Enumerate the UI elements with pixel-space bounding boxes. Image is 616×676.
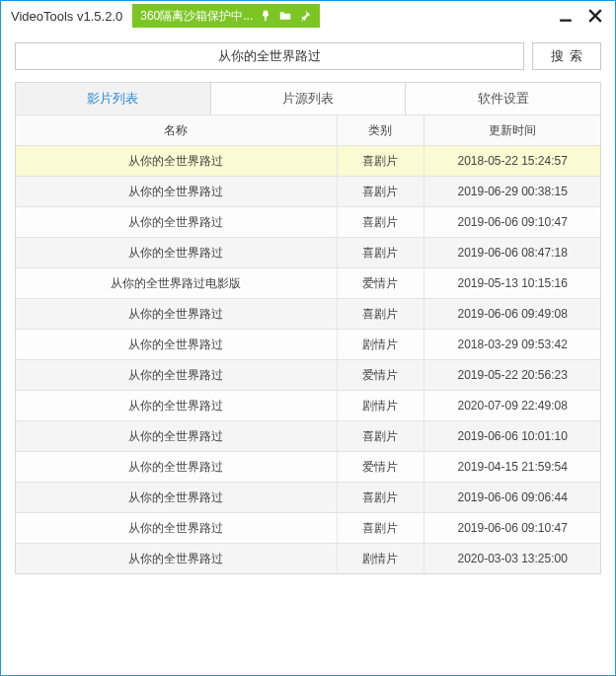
cell-updated: 2019-06-06 09:06:44 <box>424 483 600 512</box>
cell-name: 从你的全世界路过 <box>16 238 338 267</box>
cell-name: 从你的全世界路过 <box>16 544 338 573</box>
cell-name: 从你的全世界路过 <box>16 207 338 237</box>
table-row[interactable]: 从你的全世界路过剧情片2018-03-29 09:53:42 <box>16 329 600 359</box>
cell-updated: 2019-06-06 09:10:47 <box>424 513 600 543</box>
cell-name: 从你的全世界路过 <box>16 177 338 206</box>
cell-updated: 2019-06-06 08:47:18 <box>424 238 600 267</box>
table-row[interactable]: 从你的全世界路过剧情片2020-03-03 13:25:00 <box>16 543 600 573</box>
col-name[interactable]: 名称 <box>16 115 338 145</box>
cell-category: 爱情片 <box>338 268 425 298</box>
cell-updated: 2018-05-22 15:24:57 <box>424 146 600 176</box>
tab-2[interactable]: 软件设置 <box>406 83 600 114</box>
table-row[interactable]: 从你的全世界路过喜剧片2019-06-06 09:10:47 <box>16 512 600 543</box>
cell-category: 爱情片 <box>338 360 425 390</box>
cell-updated: 2019-06-06 10:01:10 <box>424 421 600 451</box>
cell-updated: 2019-06-06 09:10:47 <box>424 207 600 237</box>
cell-name: 从你的全世界路过 <box>16 513 338 543</box>
cell-updated: 2019-06-06 09:49:08 <box>424 299 600 329</box>
cell-category: 喜剧片 <box>338 421 425 451</box>
cell-category: 喜剧片 <box>338 513 425 543</box>
cell-updated: 2020-07-09 22:49:08 <box>424 391 600 420</box>
table-row[interactable]: 从你的全世界路过喜剧片2019-06-06 09:49:08 <box>16 298 600 329</box>
svg-rect-2 <box>560 20 572 22</box>
table-row[interactable]: 从你的全世界路过喜剧片2019-06-06 08:47:18 <box>16 237 600 267</box>
cell-category: 喜剧片 <box>338 207 425 237</box>
titlebar: VideoTools v1.5.2.0 360隔离沙箱保护中... <box>1 1 615 31</box>
cell-name: 从你的全世界路过 <box>16 421 338 451</box>
cell-category: 剧情片 <box>338 330 425 359</box>
cell-name: 从你的全世界路过 <box>16 360 338 390</box>
close-button[interactable] <box>587 8 603 24</box>
table-row[interactable]: 从你的全世界路过喜剧片2019-06-29 00:38:15 <box>16 176 600 206</box>
window-controls <box>558 8 607 24</box>
table-row[interactable]: 从你的全世界路过喜剧片2019-06-06 10:01:10 <box>16 420 600 451</box>
search-button[interactable]: 搜索 <box>532 42 601 70</box>
pin-icon[interactable] <box>298 9 312 23</box>
cell-category: 喜剧片 <box>338 299 425 329</box>
cell-name: 从你的全世界路过 <box>16 330 338 359</box>
cell-category: 剧情片 <box>338 391 425 420</box>
cell-updated: 2018-03-29 09:53:42 <box>424 330 600 359</box>
col-category[interactable]: 类别 <box>338 115 425 145</box>
table-row[interactable]: 从你的全世界路过爱情片2019-05-22 20:56:23 <box>16 359 600 390</box>
sandbox-label: 360隔离沙箱保护中... <box>140 8 253 25</box>
cell-name: 从你的全世界路过 <box>16 483 338 512</box>
svg-rect-0 <box>264 11 266 14</box>
cell-category: 剧情片 <box>338 544 425 573</box>
cell-category: 喜剧片 <box>338 483 425 512</box>
results-table: 名称 类别 更新时间 从你的全世界路过喜剧片2018-05-22 15:24:5… <box>15 114 601 574</box>
table-row[interactable]: 从你的全世界路过喜剧片2018-05-22 15:24:57 <box>16 145 600 176</box>
cell-category: 喜剧片 <box>338 177 425 206</box>
cell-updated: 2019-06-29 00:38:15 <box>424 177 600 206</box>
cell-category: 爱情片 <box>338 452 425 482</box>
table-row[interactable]: 从你的全世界路过剧情片2020-07-09 22:49:08 <box>16 390 600 420</box>
table-row[interactable]: 从你的全世界路过喜剧片2019-06-06 09:06:44 <box>16 482 600 512</box>
cell-updated: 2019-05-13 10:15:16 <box>424 268 600 298</box>
tab-1[interactable]: 片源列表 <box>211 83 407 114</box>
app-title: VideoTools v1.5.2.0 <box>11 9 132 24</box>
table-row[interactable]: 从你的全世界路过电影版爱情片2019-05-13 10:15:16 <box>16 267 600 298</box>
tab-0[interactable]: 影片列表 <box>16 83 211 114</box>
cell-updated: 2019-04-15 21:59:54 <box>424 452 600 482</box>
cell-category: 喜剧片 <box>338 146 425 176</box>
cell-name: 从你的全世界路过电影版 <box>16 268 338 298</box>
table-row[interactable]: 从你的全世界路过喜剧片2019-06-06 09:10:47 <box>16 206 600 237</box>
sandbox-badge: 360隔离沙箱保护中... <box>132 4 320 28</box>
cell-updated: 2019-05-22 20:56:23 <box>424 360 600 390</box>
col-updated[interactable]: 更新时间 <box>424 115 600 145</box>
cell-updated: 2020-03-03 13:25:00 <box>424 544 600 573</box>
table-row[interactable]: 从你的全世界路过爱情片2019-04-15 21:59:54 <box>16 451 600 482</box>
cell-name: 从你的全世界路过 <box>16 299 338 329</box>
cell-name: 从你的全世界路过 <box>16 391 338 420</box>
tabs: 影片列表片源列表软件设置 <box>15 82 601 114</box>
cell-category: 喜剧片 <box>338 238 425 267</box>
search-input[interactable] <box>15 42 524 70</box>
table-header-row: 名称 类别 更新时间 <box>16 114 600 145</box>
plug-icon[interactable] <box>259 9 272 23</box>
svg-rect-1 <box>267 11 269 14</box>
folder-icon[interactable] <box>278 9 292 23</box>
cell-name: 从你的全世界路过 <box>16 452 338 482</box>
cell-name: 从你的全世界路过 <box>16 146 338 176</box>
minimize-button[interactable] <box>558 8 574 24</box>
